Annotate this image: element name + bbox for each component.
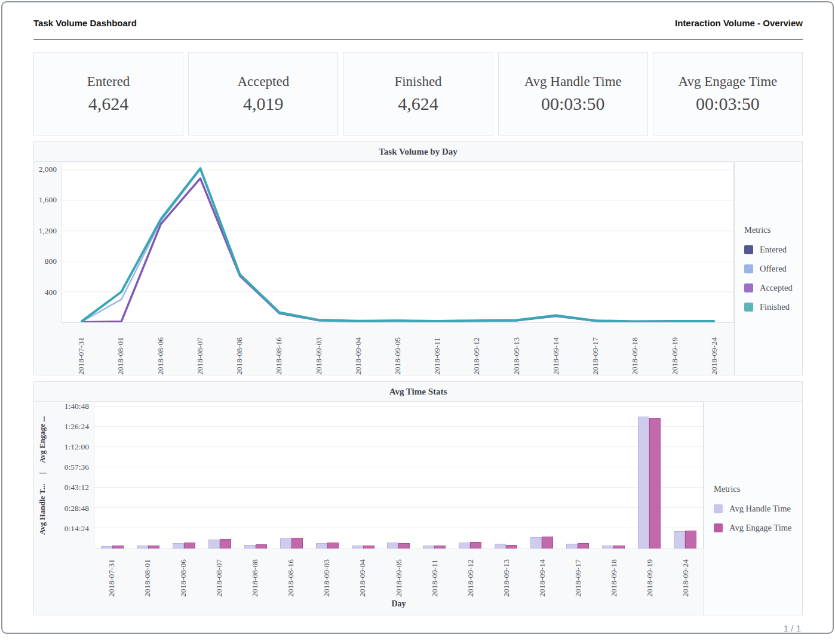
bar-avg-handle-time (280, 538, 291, 549)
x-tick-label: 2018-08-06 (179, 553, 188, 597)
bar-avg-engage-time (649, 418, 661, 549)
x-tick: 2018-08-01 (101, 323, 140, 375)
x-tick: 2018-09-05 (378, 323, 418, 375)
x-tick: 2018-08-07 (201, 549, 237, 597)
legend-item-finished: Finished (744, 302, 802, 312)
x-tick: 2018-09-13 (497, 323, 536, 375)
bar-avg-engage-time (506, 545, 517, 549)
bar-avg-handle-time (495, 544, 506, 549)
bar-group-2018-09-12 (452, 402, 488, 549)
kpi-value: 4,624 (398, 94, 438, 114)
x-tick: 2018-09-14 (524, 549, 560, 597)
x-tick-label: 2018-08-01 (116, 326, 125, 375)
bar-avg-handle-time (566, 544, 578, 549)
kpi-value: 4,019 (243, 94, 284, 114)
x-tick-label: 2018-08-07 (195, 326, 205, 375)
bar-group-2018-09-14 (524, 402, 560, 549)
x-tick: 2018-09-11 (417, 549, 453, 597)
x-tick: 2018-09-18 (596, 549, 632, 597)
kpi-row: Entered4,624Accepted4,019Finished4,624Av… (33, 52, 803, 135)
x-tick: 2018-09-04 (345, 549, 380, 597)
x-tick: 2018-08-16 (273, 549, 309, 597)
bar-avg-engage-time (542, 537, 553, 549)
x-tick: 2018-09-13 (489, 549, 524, 597)
bar-group-2018-09-17 (560, 402, 595, 549)
x-tick-label: 2018-09-04 (354, 326, 363, 375)
bar-avg-engage-time (578, 543, 589, 549)
x-tick-label: 2018-08-16 (274, 326, 284, 375)
legend-label: Finished (760, 302, 790, 312)
legend-item-accepted: Accepted (744, 283, 802, 293)
bar-avg-handle-time (244, 545, 256, 549)
x-tick: 2018-07-31 (62, 323, 101, 375)
bar-avg-engage-time (685, 531, 696, 549)
bar-avg-engage-time (613, 546, 625, 549)
x-tick: 2018-09-18 (615, 323, 655, 375)
bar-avg-engage-time (398, 543, 410, 549)
legend-swatch-offered (744, 264, 753, 273)
line-chart-panel: Task Volume by Day 4008001,2001,6002,000… (33, 141, 803, 375)
bar-group-2018-08-01 (130, 402, 166, 549)
bar-group-2018-07-31 (94, 402, 130, 549)
x-tick: 2018-09-24 (668, 549, 704, 597)
legend-label: Entered (760, 245, 787, 255)
bar-avg-engage-time (184, 543, 195, 549)
bar-group-2018-09-05 (381, 402, 417, 549)
bar-avg-engage-time (112, 546, 124, 549)
bar-x-axis-title: Day (94, 597, 704, 615)
x-tick: 2018-08-06 (165, 549, 201, 597)
y-tick-label: 1:40:48 (65, 402, 89, 411)
legend-swatch-finished (744, 303, 753, 312)
x-tick-label: 2018-09-14 (551, 326, 561, 375)
kpi-card-avg-engage-time: Avg Engage Time00:03:50 (653, 52, 803, 135)
footer: 1 / 1 (33, 615, 803, 633)
report-page: Task Volume Dashboard Interaction Volume… (1, 1, 834, 634)
legend-label: Accepted (760, 283, 793, 293)
line-series-entered (82, 168, 714, 321)
x-tick-label: 2018-08-08 (235, 326, 244, 375)
x-tick-label: 2018-09-24 (681, 553, 690, 597)
bar-chart-body: Avg Handle T... | Avg Engage ... 0:14:24… (34, 401, 802, 615)
x-tick: 2018-09-04 (339, 323, 378, 375)
kpi-card-avg-handle-time: Avg Handle Time00:03:50 (498, 52, 648, 135)
x-tick-label: 2018-09-14 (538, 553, 547, 597)
y-tick-label: 800 (45, 257, 57, 266)
bar-group-2018-09-13 (488, 402, 524, 549)
legend-item-avg-handle-time: Avg Handle Time (714, 504, 802, 514)
legend-title: Metrics (714, 484, 802, 494)
x-tick: 2018-09-12 (453, 549, 489, 597)
x-tick-label: 2018-09-13 (502, 553, 511, 597)
line-y-axis: 4008001,2001,6002,000 (34, 162, 62, 323)
header-divider (33, 39, 803, 40)
kpi-label: Entered (87, 74, 130, 90)
x-tick-label: 2018-09-18 (609, 553, 619, 597)
x-tick: 2018-09-17 (576, 323, 615, 375)
x-tick-label: 2018-09-17 (573, 553, 583, 597)
line-x-axis: 2018-07-312018-08-012018-08-062018-08-07… (62, 323, 734, 375)
x-tick-label: 2018-07-31 (76, 326, 86, 375)
bar-avg-handle-time (602, 546, 613, 549)
page-title: Task Volume Dashboard (33, 18, 137, 28)
kpi-label: Avg Engage Time (679, 74, 778, 90)
bar-avg-handle-time (530, 537, 542, 549)
bar-avg-handle-time (137, 546, 148, 549)
bar-x-axis: 2018-07-312018-08-012018-08-062018-08-07… (94, 549, 704, 597)
x-tick-label: 2018-09-05 (393, 326, 403, 375)
bar-group-2018-09-24 (667, 402, 703, 549)
line-legend: Metrics EnteredOfferedAcceptedFinished (734, 162, 802, 375)
bar-group-2018-09-11 (416, 402, 452, 549)
x-tick-label: 2018-09-11 (430, 553, 440, 597)
bar-avg-engage-time (363, 546, 374, 549)
x-tick-label: 2018-09-04 (358, 553, 367, 597)
x-tick: 2018-09-17 (560, 549, 596, 597)
bar-group-2018-08-16 (274, 402, 309, 549)
bar-avg-handle-time (387, 543, 398, 549)
bar-avg-handle-time (638, 417, 649, 549)
kpi-card-accepted: Accepted4,019 (188, 52, 338, 135)
kpi-value: 4,624 (88, 94, 129, 114)
legend-item-avg-engage-time: Avg Engage Time (714, 523, 802, 533)
bar-avg-engage-time (434, 546, 446, 549)
x-tick-label: 2018-09-12 (472, 326, 481, 375)
kpi-card-finished: Finished4,624 (343, 52, 493, 135)
bar-group-2018-09-03 (309, 402, 345, 549)
